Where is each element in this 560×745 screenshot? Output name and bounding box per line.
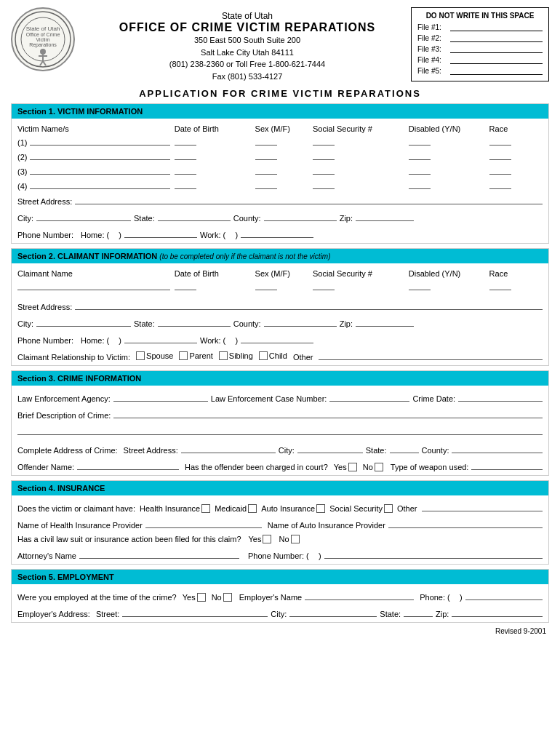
section3-desc-row: Brief Description of Crime: xyxy=(12,407,548,421)
section2-city-row: City: State: County: Zip: xyxy=(12,315,548,330)
civil-no-text: No xyxy=(279,535,289,543)
section1-phone-row: Phone Number: Home: ( ) Work: ( ) xyxy=(12,226,548,241)
col-disabled-2: Disabled (Y/N) xyxy=(409,269,485,278)
medicaid-checkbox[interactable] xyxy=(248,504,257,513)
section3-title: Section 3. CRIME INFORMATION xyxy=(17,374,141,383)
relationship-row: Claimant Relationship to Victim: Spouse … xyxy=(12,348,548,363)
other-label-4: Other xyxy=(397,504,417,513)
city-label-2: City: xyxy=(17,319,33,328)
col-disabled-1: Disabled (Y/N) xyxy=(409,124,485,133)
employed-yes-checkbox[interactable] xyxy=(197,593,206,602)
health-checkbox[interactable] xyxy=(201,504,210,513)
emp-state-label: State: xyxy=(380,610,401,618)
section4-civil-row: Has a civil law suit or insurance action… xyxy=(12,533,548,545)
sibling-checkbox-label[interactable]: Sibling xyxy=(219,351,253,360)
home-label-2: Home: ( xyxy=(81,336,109,345)
case-label: Law Enforcement Case Number: xyxy=(211,394,327,403)
desc-label: Brief Description of Crime: xyxy=(17,411,111,420)
street-label-1: Street Address: xyxy=(17,197,72,206)
has-label: Does the victim or claimant have: xyxy=(17,504,135,513)
offender-label: Offender Name: xyxy=(17,463,74,471)
phone-label-2: Phone Number: xyxy=(17,336,73,345)
spouse-label: Spouse xyxy=(146,351,173,360)
phone-label-1: Phone Number: xyxy=(17,231,73,239)
office-title: OFFICE OF CRIME VICTIM REPARATIONS xyxy=(84,21,411,34)
file1-field xyxy=(450,23,543,31)
auto-provider-label: Name of Auto Insurance Provider xyxy=(268,521,385,530)
phone-line: (801) 238-2360 or Toll Free 1-800-621-74… xyxy=(84,58,411,71)
col-dob-1: Date of Birth xyxy=(175,124,251,133)
file3-row: File #3: xyxy=(417,44,543,53)
civil-no-label[interactable]: No xyxy=(279,535,299,543)
col-race-1: Race xyxy=(489,124,543,133)
parent-label: Parent xyxy=(189,351,212,360)
employed-no-label[interactable]: No xyxy=(212,593,232,602)
charged-yes-checkbox[interactable] xyxy=(348,463,357,471)
revised-note: Revised 9-2001 xyxy=(11,627,549,635)
parent-checkbox[interactable] xyxy=(179,351,188,360)
auto-checkbox[interactable] xyxy=(316,504,325,513)
col-claimant: Claimant Name xyxy=(17,269,170,278)
street-label-2: Street Address: xyxy=(17,303,72,311)
section1: Section 1. VICTIM INFORMATION Victim Nam… xyxy=(11,103,549,244)
svg-line-10 xyxy=(43,61,46,65)
agency-label: Law Enforcement Agency: xyxy=(17,394,111,403)
section2-col-headers: Claimant Name Date of Birth Sex (M/F) So… xyxy=(12,268,548,279)
section3-agency-row: Law Enforcement Agency: Law Enforcement … xyxy=(12,390,548,405)
file1-label: File #1: xyxy=(417,23,450,31)
charged-no-checkbox[interactable] xyxy=(375,463,383,471)
street-sublabel-3: Street Address: xyxy=(124,446,178,455)
svg-text:Victim: Victim xyxy=(36,37,50,42)
sibling-checkbox[interactable] xyxy=(219,351,228,360)
medicaid-checkbox-label[interactable]: Medicaid xyxy=(215,504,257,513)
social-checkbox[interactable] xyxy=(384,504,393,513)
attorney-phone-label: Phone Number: ( xyxy=(248,551,309,560)
logo: State of Utah Office of Crime Victim Rep… xyxy=(11,7,76,73)
civil-yes-label[interactable]: Yes xyxy=(249,535,272,543)
address-line2: Salt Lake City Utah 84111 xyxy=(84,47,411,59)
section4: Section 4. INSURANCE Does the victim or … xyxy=(11,480,549,565)
header: State of Utah Office of Crime Victim Rep… xyxy=(11,7,549,82)
civil-no-checkbox[interactable] xyxy=(291,535,300,543)
county-label-1: County: xyxy=(233,214,261,223)
col-dob-2: Date of Birth xyxy=(175,269,251,278)
section5-employed-row: Were you employed at the time of the cri… xyxy=(12,589,548,603)
section1-title: Section 1. VICTIM INFORMATION xyxy=(17,107,143,116)
employed-no-checkbox[interactable] xyxy=(223,593,232,602)
file2-row: File #2: xyxy=(417,33,543,42)
spouse-checkbox-label[interactable]: Spouse xyxy=(136,351,173,360)
emp-phone-label: Phone: ( xyxy=(420,593,450,602)
home-label-1: Home: ( xyxy=(81,231,109,239)
child-checkbox-label[interactable]: Child xyxy=(259,351,287,360)
col-victim-name: Victim Name/s xyxy=(17,124,170,133)
col-ssn-1: Social Security # xyxy=(313,124,404,133)
relationship-label: Claimant Relationship to Victim: xyxy=(17,353,130,362)
charged-yes-label[interactable]: Yes xyxy=(334,463,357,471)
date-label: Crime Date: xyxy=(412,394,455,403)
section4-attorney-row: Attorney's Name Phone Number: ( ) xyxy=(12,547,548,562)
employed-no-text: No xyxy=(212,593,222,602)
section2-street-row: Street Address: xyxy=(12,298,548,313)
file3-field xyxy=(450,44,543,53)
work-label-1: Work: ( xyxy=(200,231,225,239)
victim-row-4: (4) xyxy=(12,178,548,191)
city-label-1: City: xyxy=(17,214,33,223)
col-race-2: Race xyxy=(489,269,543,278)
employed-yes-label[interactable]: Yes xyxy=(183,593,206,602)
zip-label-1: Zip: xyxy=(340,214,353,223)
file4-label: File #4: xyxy=(417,56,450,64)
charged-no-label[interactable]: No xyxy=(363,463,383,471)
civil-yes-checkbox[interactable] xyxy=(263,535,271,543)
parent-checkbox-label[interactable]: Parent xyxy=(179,351,212,360)
auto-checkbox-label[interactable]: Auto Insurance xyxy=(261,504,325,513)
file2-label: File #2: xyxy=(417,34,450,42)
child-checkbox[interactable] xyxy=(259,351,268,360)
other-label-2: Other xyxy=(293,353,313,362)
employer-name-label: Employer's Name xyxy=(239,593,302,602)
sibling-label: Sibling xyxy=(229,351,253,360)
charged-yes-text: Yes xyxy=(334,463,347,471)
section1-col-headers: Victim Name/s Date of Birth Sex (M/F) So… xyxy=(12,123,548,135)
health-checkbox-label[interactable]: Health Insurance xyxy=(140,504,210,513)
social-checkbox-label[interactable]: Social Security xyxy=(329,504,393,513)
spouse-checkbox[interactable] xyxy=(136,351,145,360)
